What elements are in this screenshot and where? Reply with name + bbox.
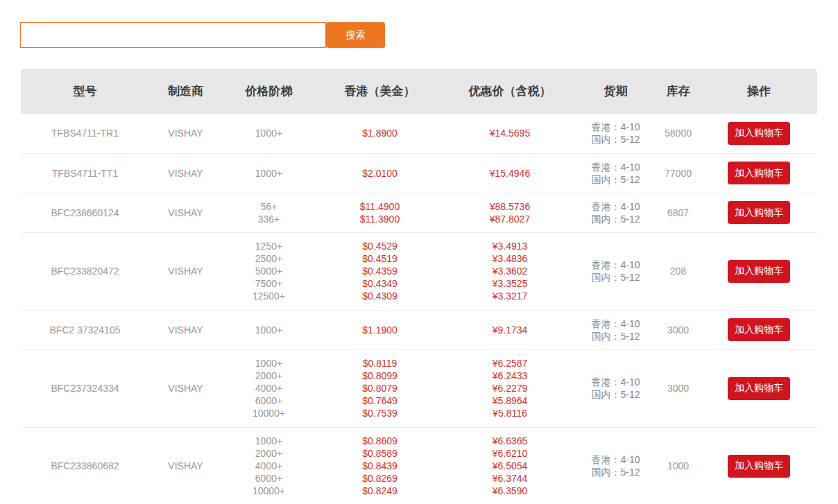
usd-price-line: $0.8119: [316, 357, 444, 370]
usd-price-line: $0.4359: [316, 265, 444, 277]
usd-price-line: $0.8609: [316, 435, 444, 447]
add-to-cart-button[interactable]: 加入购物车: [728, 318, 790, 341]
table-header-row: 型号制造商价格阶梯香港（美金）优惠价（含税）货期库存操作: [21, 69, 817, 114]
add-to-cart-button[interactable]: 加入购物车: [728, 162, 790, 184]
action-cell: 加入购物车: [701, 153, 817, 193]
usd-price-line: $0.4529: [316, 240, 444, 252]
cny-price-line: ¥3.4836: [444, 252, 576, 265]
lead-time-cell: 香港：4-10国内：5-12: [576, 153, 656, 193]
tier-cell: 1000+2000+4000+6000+10000+: [222, 349, 316, 427]
usd-price-line: $0.8249: [316, 485, 444, 497]
model-cell: BFC233820472: [21, 232, 149, 310]
lead-time-line: 国内：5-12: [591, 133, 640, 146]
action-cell: 加入购物车: [701, 349, 817, 427]
lead-time-line: 香港：4-10: [591, 161, 640, 173]
tier-cell: 1000+: [222, 153, 316, 193]
lead-time-line: 国内：5-12: [591, 330, 640, 342]
cny-price-line: ¥6.2433: [444, 370, 576, 382]
lead-time-cell: 香港：4-10国内：5-12: [576, 193, 656, 232]
stock-cell: 58000: [656, 114, 701, 153]
usd-cell: $0.8609$0.8589$0.8439$0.8269$0.8249: [316, 427, 444, 504]
add-to-cart-button[interactable]: 加入购物车: [728, 455, 790, 478]
cny-price-line: ¥6.6210: [444, 447, 576, 460]
table-row: TFBS4711-TR1 VISHAY 1000+ $1.8900 ¥14.56…: [21, 114, 817, 153]
lead-time-block: 香港：4-10国内：5-12: [591, 161, 640, 186]
lead-time-cell: 香港：4-10国内：5-12: [576, 114, 656, 153]
cny-cell: ¥6.2587¥6.2433¥6.2279¥5.8964¥5.8116: [444, 349, 576, 427]
search-bar: 搜索: [20, 22, 838, 48]
column-header: 香港（美金）: [316, 69, 444, 114]
table-body: TFBS4711-TR1 VISHAY 1000+ $1.8900 ¥14.56…: [21, 114, 817, 504]
tier-line: 336+: [222, 213, 316, 225]
cny-cell: ¥88.5736¥87.8027: [444, 193, 576, 232]
table-row: BFC233860682 VISHAY 1000+2000+4000+6000+…: [21, 427, 817, 504]
action-cell: 加入购物车: [701, 427, 817, 504]
manufacturer-cell: VISHAY: [149, 153, 222, 193]
tier-line: 56+: [222, 200, 316, 213]
cny-price-line: ¥5.8116: [444, 407, 576, 419]
cny-cell: ¥15.4946: [444, 153, 576, 193]
usd-price-line: $1.8900: [316, 127, 444, 139]
add-to-cart-button[interactable]: 加入购物车: [728, 122, 790, 145]
parts-table: 型号制造商价格阶梯香港（美金）优惠价（含税）货期库存操作 TFBS4711-TR…: [21, 69, 817, 504]
tier-line: 1000+: [222, 127, 316, 139]
tier-line: 1000+: [222, 435, 316, 447]
tier-line: 6000+: [222, 472, 316, 485]
lead-time-block: 香港：4-10国内：5-12: [591, 453, 640, 478]
manufacturer-cell: VISHAY: [149, 310, 222, 349]
column-header: 型号: [21, 69, 149, 114]
tier-line: 1000+: [222, 357, 316, 370]
model-cell: BFC237324334: [21, 349, 149, 427]
tier-line: 10000+: [222, 485, 316, 497]
usd-price-line: $11.4900: [316, 200, 444, 213]
tier-line: 7500+: [222, 277, 316, 290]
lead-time-line: 国内：5-12: [591, 271, 640, 284]
tier-line: 6000+: [222, 394, 316, 407]
cny-price-line: ¥3.3525: [444, 277, 576, 290]
tier-line: 2000+: [222, 447, 316, 460]
cny-price-line: ¥6.6365: [444, 435, 576, 447]
cny-price-line: ¥15.4946: [444, 167, 576, 180]
column-header: 优惠价（含税）: [444, 69, 576, 114]
lead-time-cell: 香港：4-10国内：5-12: [576, 349, 656, 427]
manufacturer-cell: VISHAY: [149, 427, 222, 504]
search-input[interactable]: [20, 22, 326, 48]
tier-line: 10000+: [222, 407, 316, 419]
lead-time-block: 香港：4-10国内：5-12: [591, 200, 640, 225]
usd-price-line: $0.8269: [316, 472, 444, 485]
usd-cell: $1.8900: [316, 114, 444, 153]
cny-cell: ¥3.4913¥3.4836¥3.3602¥3.3525¥3.3217: [444, 232, 576, 310]
lead-time-line: 香港：4-10: [591, 453, 640, 466]
tier-cell: 56+336+: [222, 193, 316, 232]
usd-cell: $11.4900$11.3900: [316, 193, 444, 232]
usd-cell: $0.8119$0.8099$0.8079$0.7649$0.7539: [316, 349, 444, 427]
usd-cell: $2.0100: [316, 153, 444, 193]
stock-cell: 3000: [656, 349, 701, 427]
stock-cell: 6807: [656, 193, 701, 232]
model-cell: BFC233860682: [21, 427, 149, 504]
search-button[interactable]: 搜索: [326, 22, 385, 48]
column-header: 库存: [656, 69, 701, 114]
add-to-cart-button[interactable]: 加入购物车: [728, 201, 790, 224]
tier-line: 5000+: [222, 265, 316, 277]
lead-time-line: 香港：4-10: [591, 376, 640, 388]
cny-price-line: ¥6.2279: [444, 382, 576, 394]
usd-cell: $1.1900: [316, 310, 444, 349]
column-header: 制造商: [149, 69, 222, 114]
lead-time-line: 国内：5-12: [591, 466, 640, 478]
cny-price-line: ¥87.8027: [444, 213, 576, 225]
column-header: 货期: [576, 69, 656, 114]
lead-time-line: 国内：5-12: [591, 173, 640, 186]
lead-time-block: 香港：4-10国内：5-12: [591, 121, 640, 146]
add-to-cart-button[interactable]: 加入购物车: [728, 260, 790, 283]
add-to-cart-button[interactable]: 加入购物车: [728, 377, 790, 400]
manufacturer-cell: VISHAY: [149, 232, 222, 310]
tier-line: 2000+: [222, 370, 316, 382]
lead-time-line: 国内：5-12: [591, 388, 640, 401]
tier-line: 4000+: [222, 460, 316, 472]
model-cell: TFBS4711-TR1: [21, 114, 149, 153]
usd-price-line: $0.8589: [316, 447, 444, 460]
action-cell: 加入购物车: [701, 310, 817, 349]
cny-cell: ¥9.1734: [444, 310, 576, 349]
cny-price-line: ¥3.4913: [444, 240, 576, 252]
